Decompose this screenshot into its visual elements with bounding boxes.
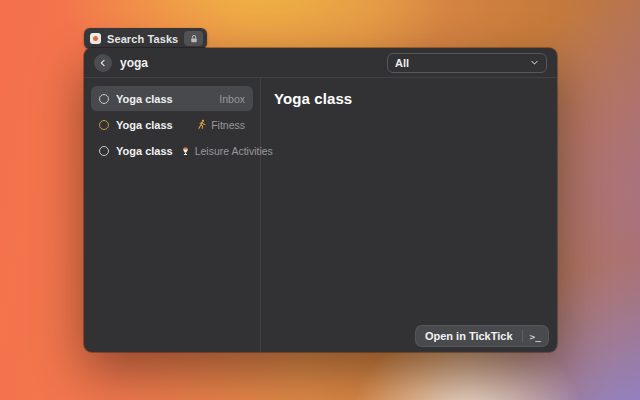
back-button[interactable] — [94, 54, 112, 72]
lock-icon-glyph — [189, 34, 199, 44]
results-list: Yoga class Inbox Yoga class — [84, 78, 261, 352]
detail-panel: Yoga class Open in TickTick >_ — [261, 78, 557, 352]
filter-dropdown-value: All — [395, 57, 409, 69]
task-title: Yoga class — [116, 119, 173, 131]
task-category: Fitness — [196, 119, 245, 131]
task-title: Yoga class — [116, 93, 173, 105]
runner-icon — [196, 119, 207, 130]
search-bar: All — [84, 48, 557, 78]
task-checkbox-circle-icon[interactable] — [99, 146, 109, 156]
lock-icon — [184, 31, 203, 46]
window-title-badge[interactable]: Search Tasks — [84, 28, 207, 49]
extension-icon-dot — [93, 36, 98, 41]
task-title: Yoga class — [116, 145, 173, 157]
open-in-ticktick-button[interactable]: Open in TickTick >_ — [415, 325, 549, 347]
window-body: Yoga class Inbox Yoga class — [84, 78, 557, 352]
filter-dropdown[interactable]: All — [387, 53, 547, 73]
chevron-left-icon — [98, 58, 108, 68]
chevron-down-icon — [530, 58, 539, 67]
detail-title: Yoga class — [274, 90, 544, 107]
badge-label: Search Tasks — [107, 33, 178, 45]
task-result-row[interactable]: Yoga class Leisure Activities — [91, 138, 253, 163]
task-checkbox-circle-icon[interactable] — [99, 120, 109, 130]
task-category: Inbox — [219, 93, 245, 105]
dessert-icon — [180, 145, 191, 156]
desktop-background: Search Tasks All — [0, 0, 640, 400]
task-category-label: Inbox — [219, 93, 245, 105]
search-tasks-window: All Yoga class Inbox Yoga class — [84, 48, 557, 352]
search-tasks-extension-icon — [90, 33, 101, 44]
open-in-ticktick-label: Open in TickTick — [416, 330, 522, 342]
task-result-row[interactable]: Yoga class Fitness — [91, 112, 253, 137]
task-checkbox-circle-icon[interactable] — [99, 94, 109, 104]
search-input[interactable] — [120, 56, 379, 70]
enter-shortcut-key: >_ — [523, 331, 548, 342]
task-category: Leisure Activities — [180, 145, 273, 157]
task-result-row[interactable]: Yoga class Inbox — [91, 86, 253, 111]
task-category-label: Fitness — [211, 119, 245, 131]
